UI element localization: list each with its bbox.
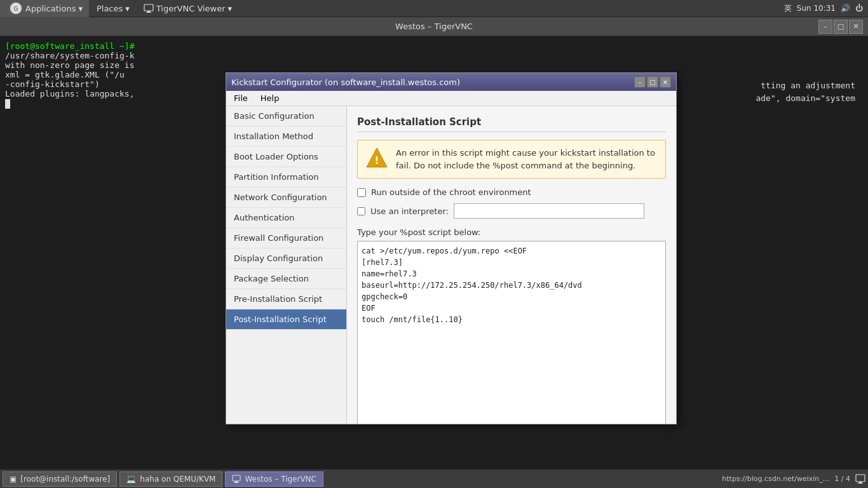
gnome-logo-icon: G xyxy=(9,1,23,15)
post-script-textarea[interactable]: cat >/etc/yum.repos.d/yum.repo <<EOF [rh… xyxy=(357,241,666,424)
nav-pre-installation-script[interactable]: Pre-Installation Script xyxy=(226,289,346,309)
warning-message: An error in this script might cause your… xyxy=(396,147,658,172)
applications-label: Applications xyxy=(25,4,76,13)
dialog-body: Basic Configuration Installation Method … xyxy=(226,106,676,424)
applications-arrow-icon: ▾ xyxy=(78,4,83,13)
nav-partition-information[interactable]: Partition Information xyxy=(226,167,346,187)
svg-rect-3 xyxy=(147,11,150,12)
nav-package-selection[interactable]: Package Selection xyxy=(226,269,346,289)
left-navigation: Basic Configuration Installation Method … xyxy=(226,106,347,424)
nav-basic-configuration[interactable]: Basic Configuration xyxy=(226,106,346,126)
interpreter-row: Use an interpreter: xyxy=(357,203,666,219)
vnc-maximize-button[interactable]: □ xyxy=(834,20,848,34)
nav-display-configuration[interactable]: Display Configuration xyxy=(226,248,346,269)
terminal-line-1: [root@software_install ~]# xyxy=(5,41,863,51)
taskbar-qemu-icon: 💻 xyxy=(126,475,136,484)
script-label: Type your %post script below: xyxy=(357,227,666,237)
taskbar-vnc[interactable]: Westos – TigerVNC xyxy=(225,471,323,487)
taskbar: ▣ [root@install:/software] 💻 haha on QEM… xyxy=(0,469,868,488)
svg-rect-10 xyxy=(856,475,865,482)
taskbar-vnc-label: Westos – TigerVNC xyxy=(245,475,316,484)
svg-rect-12 xyxy=(858,483,863,484)
taskbar-page: 1 / 4 xyxy=(834,475,850,483)
taskbar-qemu[interactable]: 💻 haha on QEMU/KVM xyxy=(119,471,222,487)
svg-text:G: G xyxy=(14,6,18,12)
menu-file[interactable]: File xyxy=(229,92,253,104)
svg-text:!: ! xyxy=(374,154,379,166)
vnc-window-chrome: Westos – TigerVNC – □ ✕ xyxy=(0,17,868,36)
vnc-minimize-button[interactable]: – xyxy=(818,20,832,34)
interpreter-checkbox-label[interactable]: Use an interpreter: xyxy=(370,207,449,216)
kickstart-dialog: Kickstart Configurator (on software_inst… xyxy=(226,72,677,424)
dialog-close-button[interactable]: ✕ xyxy=(660,76,671,88)
power-icon[interactable]: ⏻ xyxy=(855,4,863,13)
interpreter-checkbox[interactable] xyxy=(357,207,365,215)
places-label: Places xyxy=(97,4,123,13)
vnc-window-title: Westos – TigerVNC xyxy=(395,22,473,31)
nav-network-configuration[interactable]: Network Configuration xyxy=(226,187,346,208)
vnc-menu[interactable]: TigerVNC Viewer ▾ xyxy=(137,0,238,17)
dialog-maximize-button[interactable]: □ xyxy=(647,76,658,88)
svg-rect-8 xyxy=(235,481,238,482)
chroot-checkbox[interactable] xyxy=(357,188,366,197)
terminal-right-text-2: ade", domain="system xyxy=(756,93,855,103)
dialog-title: Kickstart Configurator (on software_inst… xyxy=(231,78,460,87)
svg-rect-7 xyxy=(233,475,240,481)
warning-triangle-icon: ! xyxy=(365,147,388,172)
nav-authentication[interactable]: Authentication xyxy=(226,208,346,228)
nav-firewall-configuration[interactable]: Firewall Configuration xyxy=(226,228,346,248)
language-indicator[interactable]: 英 xyxy=(784,3,792,14)
applications-menu[interactable]: G Applications ▾ xyxy=(0,0,89,17)
nav-installation-method[interactable]: Installation Method xyxy=(226,126,346,147)
vnc-icon xyxy=(144,3,154,13)
dialog-menubar: File Help xyxy=(226,91,676,106)
panel-title: Post-Installation Script xyxy=(357,116,666,132)
dialog-titlebar: Kickstart Configurator (on software_inst… xyxy=(226,73,676,91)
warning-box: ! An error in this script might cause yo… xyxy=(357,140,666,179)
taskbar-vnc-icon xyxy=(232,475,241,484)
dialog-minimize-button[interactable]: – xyxy=(634,76,646,88)
taskbar-terminal[interactable]: ▣ [root@install:/software] xyxy=(3,471,117,487)
taskbar-qemu-label: haha on QEMU/KVM xyxy=(140,475,215,484)
taskbar-terminal-icon: ▣ xyxy=(10,475,17,484)
svg-rect-4 xyxy=(146,12,151,13)
dialog-title-controls: – □ ✕ xyxy=(634,76,671,88)
chroot-checkbox-row: Run outside of the chroot environment xyxy=(357,187,666,197)
system-topbar: G Applications ▾ Places ▾ TigerVNC Viewe… xyxy=(0,0,868,17)
topbar-right: 英 Sun 10:31 🔊 ⏻ xyxy=(784,3,868,14)
datetime-display: Sun 10:31 xyxy=(797,4,836,13)
nav-boot-loader-options[interactable]: Boot Loader Options xyxy=(226,147,346,167)
places-arrow-icon: ▾ xyxy=(125,4,130,13)
svg-rect-11 xyxy=(859,482,862,483)
places-menu[interactable]: Places ▾ xyxy=(90,0,136,17)
right-panel: Post-Installation Script ! An error in t… xyxy=(347,106,676,424)
taskbar-terminal-label: [root@install:/software] xyxy=(20,475,110,484)
menu-help[interactable]: Help xyxy=(255,92,285,104)
vnc-window-controls: – □ ✕ xyxy=(818,20,863,34)
vnc-arrow-icon: ▾ xyxy=(228,4,233,13)
interpreter-input[interactable] xyxy=(454,203,644,219)
terminal-right-text-1: tting an adjustment xyxy=(761,81,855,90)
taskbar-vnc-icon-right xyxy=(855,474,865,484)
taskbar-url: https://blog.csdn.net/weixin_... xyxy=(722,475,829,483)
nav-post-installation-script[interactable]: Post-Installation Script xyxy=(226,309,346,330)
vnc-close-button[interactable]: ✕ xyxy=(849,20,863,34)
svg-rect-2 xyxy=(144,4,153,11)
main-content-area: [root@software_install ~]# /usr/share/sy… xyxy=(0,36,868,469)
chroot-checkbox-label[interactable]: Run outside of the chroot environment xyxy=(371,187,531,197)
terminal-line-2: /usr/share/system-config-k xyxy=(5,51,863,60)
terminal-line-3: with non-zero page size is xyxy=(5,60,863,70)
vnc-label: TigerVNC Viewer xyxy=(156,4,226,13)
taskbar-right: https://blog.csdn.net/weixin_... 1 / 4 xyxy=(722,474,865,484)
topbar-left: G Applications ▾ Places ▾ TigerVNC Viewe… xyxy=(0,0,238,17)
volume-icon[interactable]: 🔊 xyxy=(841,4,850,13)
svg-rect-9 xyxy=(234,482,239,483)
terminal-cursor xyxy=(5,99,10,109)
